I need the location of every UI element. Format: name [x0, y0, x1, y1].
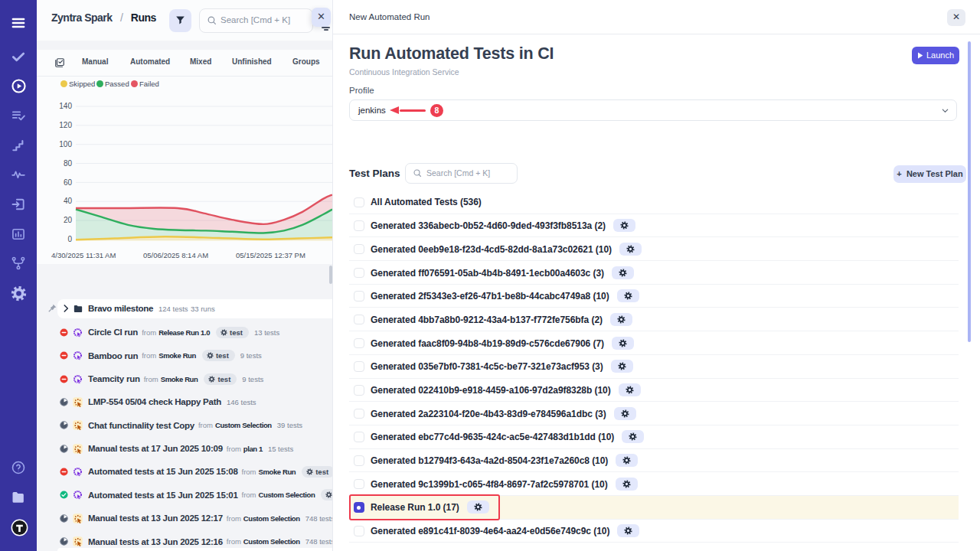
svg-text:140: 140 — [59, 102, 72, 110]
svg-text:80: 80 — [64, 159, 73, 168]
svg-text:05/06/2025 8:14 AM: 05/06/2025 8:14 AM — [143, 251, 208, 259]
svg-text:20: 20 — [64, 216, 73, 224]
svg-text:40: 40 — [64, 197, 73, 205]
svg-text:0: 0 — [67, 235, 72, 243]
svg-text:100: 100 — [59, 140, 72, 148]
svg-text:120: 120 — [59, 121, 72, 129]
svg-text:05/15/2025 12:37 PM: 05/15/2025 12:37 PM — [236, 251, 305, 259]
svg-text:60: 60 — [64, 178, 73, 187]
svg-text:4/30/2025 11:31 AM: 4/30/2025 11:31 AM — [51, 251, 116, 259]
